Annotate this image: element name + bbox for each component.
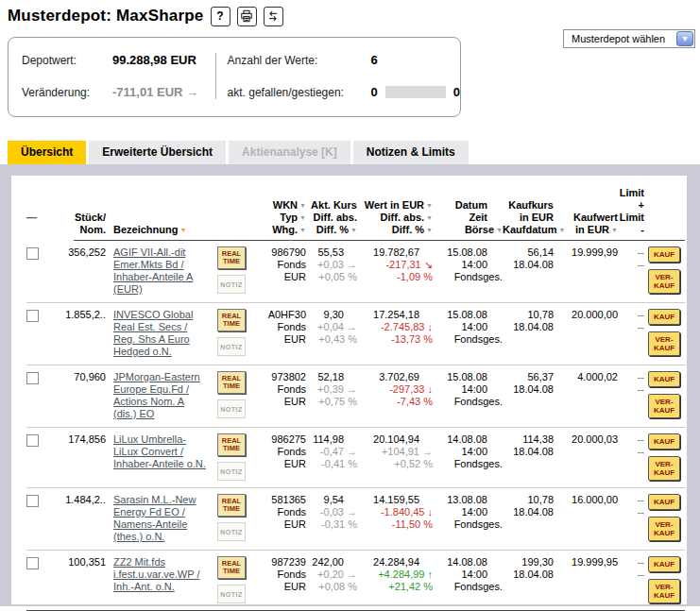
wert-diff-abs: -2.745,83 ↓: [357, 321, 433, 333]
tab-notizen-limits[interactable]: Notizen & Limits: [353, 141, 469, 164]
kurs-value: 9,54: [306, 494, 357, 506]
gefallen-gestiegen-label: akt. gefallen/gestiegen:: [228, 86, 371, 99]
col-stueck: Stück/ Nom.: [45, 212, 106, 236]
wkn-value: 987239: [253, 556, 306, 569]
sort-icon[interactable]: ▼: [179, 227, 186, 233]
sort-icon[interactable]: ▼: [611, 227, 618, 233]
stueck-value: 70,960: [45, 371, 106, 420]
chevron-down-icon[interactable]: ▾: [676, 31, 693, 46]
print-button[interactable]: [237, 7, 257, 26]
tab-aktienanalyse: Aktienanalyse [K]: [229, 141, 350, 164]
zeit-value: 14:00: [433, 259, 503, 271]
row-checkbox[interactable]: [26, 495, 39, 507]
stueck-value: 356,252: [45, 246, 106, 296]
col-bezeichnung[interactable]: Bezeichnung▼: [106, 224, 210, 236]
col-kaufkurs[interactable]: Kaufkurs in EUR Kaufdatum▼: [503, 199, 554, 236]
table-row: 70,960 JPMorgan-Eastern Europe Equ.Fd / …: [26, 365, 685, 427]
wert-diff-pct: -7,43 %: [357, 396, 433, 408]
verkauf-button[interactable]: VER- KAUF: [648, 394, 680, 418]
kauf-button[interactable]: KAUF: [648, 494, 680, 510]
wkn-value: 581365: [253, 494, 306, 506]
position-name-link[interactable]: INVESCO Global Real Est. Secs / Reg. Shs…: [113, 309, 193, 357]
verkauf-button[interactable]: VER- KAUF: [648, 517, 680, 541]
limit-plus-value: --: [618, 433, 644, 446]
row-checkbox[interactable]: [26, 247, 39, 260]
title-bar: Musterdepot: MaxSharpe ?: [0, 0, 700, 26]
kaufdatum-value: 18.04.08: [503, 259, 554, 271]
col-datum[interactable]: Datum Zeit Börse▼: [433, 199, 503, 236]
sort-icon[interactable]: ▼: [299, 202, 306, 209]
depotwert-value: 99.288,98 EUR: [112, 53, 196, 67]
tab-erweiterte-uebersicht[interactable]: Erweiterte Übersicht: [89, 141, 226, 164]
realtime-button[interactable]: REAL TIME: [217, 246, 246, 269]
notiz-button[interactable]: NOTIZ: [217, 585, 246, 603]
position-name-link[interactable]: AGIF VII-All.-dit Emer.Mkts Bd / Inhaber…: [113, 246, 193, 295]
sort-icon[interactable]: ▼: [350, 227, 357, 233]
content-frame: — Stück/ Nom. Bezeichnung▼ WKN▼ Typ▼ Whg…: [0, 164, 700, 606]
row-checkbox[interactable]: [26, 310, 39, 322]
realtime-button[interactable]: REAL TIME: [217, 556, 246, 579]
sort-icon[interactable]: ▼: [299, 227, 306, 233]
kauf-button[interactable]: KAUF: [648, 246, 680, 263]
col-wert[interactable]: Wert in EUR▼ Diff. abs.▼ Diff. %▼: [357, 199, 433, 236]
gefallen-value: 0: [371, 85, 378, 99]
verkauf-button[interactable]: VER- KAUF: [648, 456, 680, 481]
realtime-button[interactable]: REAL TIME: [217, 309, 246, 331]
kaufwert-value: 16.000,00: [554, 494, 618, 543]
kaufdatum-value: 18.04.08: [503, 383, 554, 396]
datum-value: 15.08.08: [433, 246, 503, 259]
notiz-button[interactable]: NOTIZ: [217, 399, 246, 418]
realtime-button[interactable]: REAL TIME: [217, 433, 246, 456]
verkauf-button[interactable]: VER- KAUF: [648, 579, 680, 603]
kauf-button[interactable]: KAUF: [648, 556, 680, 572]
kurs-diff-pct: -0,31 %: [306, 518, 357, 531]
col-kaufwert[interactable]: Kaufwert in EUR▼: [554, 212, 618, 236]
sort-icon[interactable]: ▼: [299, 214, 306, 221]
kurs-value: 52,18: [306, 371, 357, 383]
sort-icon[interactable]: ▼: [426, 214, 433, 221]
kurs-diff-abs: -0,03 →: [306, 506, 357, 518]
sort-icon[interactable]: ▼: [496, 227, 503, 233]
wert-diff-pct: +0,52 %: [357, 458, 433, 470]
position-name-link[interactable]: Sarasin M.L.-New Energy Fd EO / Namens-A…: [113, 494, 196, 542]
help-button[interactable]: ?: [211, 7, 230, 26]
verkauf-button[interactable]: VER- KAUF: [648, 269, 680, 294]
kauf-button[interactable]: KAUF: [648, 309, 680, 325]
refresh-icon: [266, 9, 280, 23]
wkn-value: 973802: [253, 371, 306, 383]
refresh-icon-button[interactable]: [264, 7, 283, 26]
whg-value: EUR: [253, 333, 306, 346]
position-name-link[interactable]: LiLux Umbrella-LiLux Convert / Inhaber-A…: [113, 433, 206, 469]
kaufwert-value: 19.999,95: [554, 556, 618, 603]
whg-value: EUR: [253, 271, 306, 283]
realtime-button[interactable]: REAL TIME: [217, 494, 246, 517]
kurs-diff-abs: +0,04 →: [306, 321, 357, 333]
row-checkbox[interactable]: [26, 372, 39, 384]
wert-diff-abs: +4.284,99 ↑: [357, 569, 433, 581]
stueck-value: 1.855,2..: [45, 309, 106, 358]
col-wkn[interactable]: WKN▼ Typ▼ Whg.▼: [253, 199, 306, 236]
wert-diff-pct: +21,42 %: [357, 581, 433, 593]
wert-diff-abs: -217,31 ↘: [357, 259, 433, 271]
row-checkbox[interactable]: [26, 434, 39, 447]
tab-uebersicht[interactable]: Übersicht: [8, 141, 86, 164]
depot-select-dropdown[interactable]: Musterdepot wählen ▾: [563, 29, 695, 48]
wert-value: 19.782,67: [357, 246, 433, 259]
position-name-link[interactable]: JPMorgan-Eastern Europe Equ.Fd / Actions…: [113, 371, 200, 419]
notiz-button[interactable]: NOTIZ: [217, 337, 246, 356]
kaufdatum-value: 18.04.08: [503, 506, 554, 518]
sort-icon[interactable]: ▼: [426, 202, 433, 209]
notiz-button[interactable]: NOTIZ: [217, 462, 246, 481]
position-name-link[interactable]: ZZ2 Mit.fds i.fest.u.var.ve.WP / Inh.-An…: [113, 556, 200, 592]
notiz-button[interactable]: NOTIZ: [217, 275, 246, 294]
gestiegen-value: 0: [453, 85, 460, 99]
sort-icon[interactable]: ▼: [426, 227, 433, 233]
col-akt-kurs[interactable]: Akt. Kurs Diff. abs. Diff. %▼: [306, 199, 357, 236]
verkauf-button[interactable]: VER- KAUF: [648, 331, 680, 356]
kauf-button[interactable]: KAUF: [648, 433, 680, 450]
kauf-button[interactable]: KAUF: [648, 371, 680, 387]
row-checkbox[interactable]: [26, 557, 39, 569]
realtime-button[interactable]: REAL TIME: [217, 371, 246, 394]
notiz-button[interactable]: NOTIZ: [217, 522, 246, 541]
table-row: 1.855,2.. INVESCO Global Real Est. Secs …: [26, 302, 685, 365]
